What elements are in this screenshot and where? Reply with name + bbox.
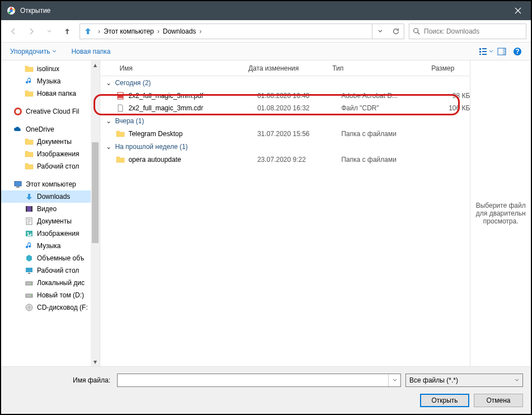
scroll-thumb[interactable] <box>92 142 99 243</box>
sidebar-scrollbar[interactable]: ▴ ▾ <box>91 60 100 366</box>
svg-point-22 <box>27 232 29 234</box>
chevron-right-icon[interactable]: › <box>197 27 204 35</box>
svg-rect-4 <box>479 51 481 53</box>
help-button[interactable]: ? <box>510 45 525 58</box>
svg-rect-8 <box>482 54 487 55</box>
tree-item[interactable]: Документы <box>1 215 100 227</box>
file-name: Telegram Desktop <box>128 130 257 138</box>
search-placeholder: Поиск: Downloads <box>424 27 479 35</box>
scroll-up-button[interactable]: ▴ <box>91 60 100 69</box>
chevron-down-icon: ⌄ <box>106 143 111 151</box>
svg-rect-18 <box>26 206 27 212</box>
column-type[interactable]: Тип <box>329 64 413 72</box>
svg-rect-24 <box>28 273 30 274</box>
group-header[interactable]: ⌄Сегодня (2) <box>100 76 470 90</box>
tree-label: Изображения <box>37 150 79 158</box>
group-header[interactable]: ⌄На прошлой неделе (1) <box>100 140 470 153</box>
file-row[interactable]: 2x2_full_magic_3mm.cdr01.08.2020 16:32Фа… <box>100 102 470 114</box>
refresh-button[interactable] <box>388 24 404 39</box>
file-list-pane: Имя Дата изменения Тип Размер ⌄Сегодня (… <box>100 60 470 366</box>
tree-item[interactable]: Музыка <box>1 240 100 252</box>
cancel-button[interactable]: Отмена <box>474 394 523 407</box>
chevron-right-icon[interactable]: › <box>96 27 102 35</box>
bottom-panel: Имя файла: Все файлы (*.*) Открыть Отмен… <box>1 366 531 414</box>
svg-point-14 <box>16 109 20 114</box>
breadcrumb[interactable]: Downloads <box>162 27 197 35</box>
search-input[interactable]: Поиск: Downloads <box>409 24 526 39</box>
forward-button[interactable] <box>24 24 39 39</box>
tree-item[interactable]: Объемные объ <box>1 252 100 264</box>
drive-icon <box>25 291 34 300</box>
tree-item[interactable]: Документы <box>1 136 100 148</box>
filename-field[interactable] <box>118 376 388 384</box>
tree-item[interactable]: Локальный дис <box>1 277 100 289</box>
pdf-icon <box>116 91 125 100</box>
open-button[interactable]: Открыть <box>420 394 469 407</box>
tree-item[interactable]: isolinux <box>1 63 100 75</box>
preview-pane-button[interactable] <box>494 45 510 58</box>
tree-item[interactable]: Изображения <box>1 148 100 160</box>
scroll-down-button[interactable]: ▾ <box>91 357 100 366</box>
filename-input[interactable] <box>117 374 401 387</box>
filename-dropdown[interactable] <box>388 374 400 386</box>
svg-rect-3 <box>479 48 481 50</box>
tree-item[interactable]: Этот компьютер <box>1 178 100 190</box>
tree-label: Документы <box>37 138 72 146</box>
column-date[interactable]: Дата изменения <box>245 64 329 72</box>
group-label: Сегодня (2) <box>115 79 151 87</box>
cd-icon <box>25 303 34 312</box>
column-name[interactable]: Имя <box>116 64 245 72</box>
chevron-right-icon[interactable]: › <box>155 27 162 35</box>
tree-item[interactable]: Музыка <box>1 75 100 87</box>
file-type: Папка с файлами <box>341 130 425 138</box>
video-icon <box>25 204 34 213</box>
tree-label: Downloads <box>37 193 70 200</box>
window-title: Открытие <box>20 7 505 15</box>
file-date: 01.08.2020 16:40 <box>257 92 341 100</box>
tree-item[interactable]: Creative Cloud Fil <box>1 105 100 118</box>
svg-rect-16 <box>16 186 20 188</box>
chevron-down-icon <box>52 49 57 54</box>
titlebar: Открытие <box>1 1 531 20</box>
folder-icon <box>25 64 34 73</box>
file-type-filter[interactable]: Все файлы (*.*) <box>405 374 523 387</box>
back-button[interactable] <box>6 24 21 39</box>
view-mode-button[interactable] <box>478 45 494 58</box>
tree-label: Этот компьютер <box>26 180 76 188</box>
desktop-icon <box>25 266 34 275</box>
svg-rect-32 <box>118 96 123 98</box>
tree-item[interactable]: Downloads <box>1 190 100 203</box>
group-header[interactable]: ⌄Вчера (1) <box>100 114 470 128</box>
tree-label: Объемные объ <box>37 254 84 262</box>
dialog-body: isolinuxМузыкаНовая папкаCreative Cloud … <box>1 60 531 366</box>
file-row[interactable]: opera autoupdate23.07.2020 9:22Папка с ф… <box>100 153 470 166</box>
file-row[interactable]: Telegram Desktop31.07.2020 15:56Папка с … <box>100 128 470 140</box>
tree-item[interactable]: Рабочий стол <box>1 160 100 172</box>
tree-label: Creative Cloud Fil <box>26 108 79 115</box>
tree-label: isolinux <box>37 65 59 73</box>
up-button[interactable] <box>59 24 75 39</box>
organize-menu[interactable]: Упорядочить <box>7 45 60 58</box>
scroll-track[interactable] <box>91 69 100 357</box>
address-dropdown[interactable] <box>372 24 388 39</box>
pc-icon <box>13 180 22 189</box>
tree-label: Документы <box>37 217 72 225</box>
chevron-down-icon <box>489 49 493 54</box>
search-icon <box>413 27 421 35</box>
tree-item[interactable]: Изображения <box>1 227 100 240</box>
tree-item[interactable]: CD-дисковод (F: <box>1 301 100 314</box>
svg-point-2 <box>414 28 418 32</box>
close-button[interactable] <box>505 1 531 20</box>
tree-item[interactable]: Рабочий стол <box>1 264 100 277</box>
column-size[interactable]: Размер <box>413 64 458 72</box>
tree-item[interactable]: Новая папка <box>1 87 100 100</box>
new-folder-button[interactable]: Новая папка <box>68 45 114 58</box>
address-bar[interactable]: › Этот компьютер › Downloads › <box>80 24 404 39</box>
file-row[interactable]: 2x2_full_magic_3mm.pdf01.08.2020 16:40Ad… <box>100 90 470 102</box>
tree-item[interactable]: Видео <box>1 203 100 215</box>
tree-item[interactable]: OneDrive <box>1 123 100 136</box>
recent-dropdown[interactable] <box>41 24 57 39</box>
breadcrumb[interactable]: Этот компьютер <box>102 27 155 35</box>
tree-item[interactable]: Новый том (D:) <box>1 289 100 301</box>
svg-rect-15 <box>15 181 21 186</box>
